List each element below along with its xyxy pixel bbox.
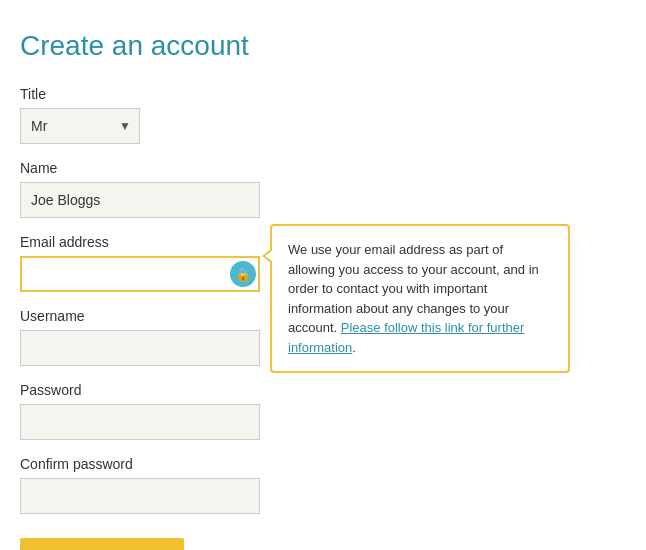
title-label: Title: [20, 86, 626, 102]
email-input[interactable]: [20, 256, 260, 292]
name-label: Name: [20, 160, 626, 176]
email-field-group: Email address 🔒 We use your email addres…: [20, 234, 626, 292]
email-tooltip: We use your email address as part of all…: [270, 224, 570, 373]
username-input[interactable]: [20, 330, 260, 366]
create-account-button[interactable]: Create account: [20, 538, 184, 550]
name-field-group: Name: [20, 160, 626, 218]
confirm-password-input[interactable]: [20, 478, 260, 514]
password-field-group: Password: [20, 382, 626, 440]
name-input[interactable]: [20, 182, 260, 218]
password-input[interactable]: [20, 404, 260, 440]
title-field-group: Title Mr Mrs Ms Miss Dr Prof ▼: [20, 86, 626, 144]
title-select-wrapper[interactable]: Mr Mrs Ms Miss Dr Prof ▼: [20, 108, 140, 144]
confirm-password-label: Confirm password: [20, 456, 626, 472]
page-title: Create an account: [20, 30, 626, 62]
lock-circle: 🔒: [230, 261, 256, 287]
confirm-password-field-group: Confirm password: [20, 456, 626, 514]
email-input-wrapper: 🔒: [20, 256, 260, 292]
lock-icon-wrapper: 🔒: [230, 261, 256, 287]
tooltip-suffix: .: [352, 340, 356, 355]
password-label: Password: [20, 382, 626, 398]
title-select[interactable]: Mr Mrs Ms Miss Dr Prof: [21, 112, 139, 140]
lock-icon: 🔒: [235, 267, 251, 282]
